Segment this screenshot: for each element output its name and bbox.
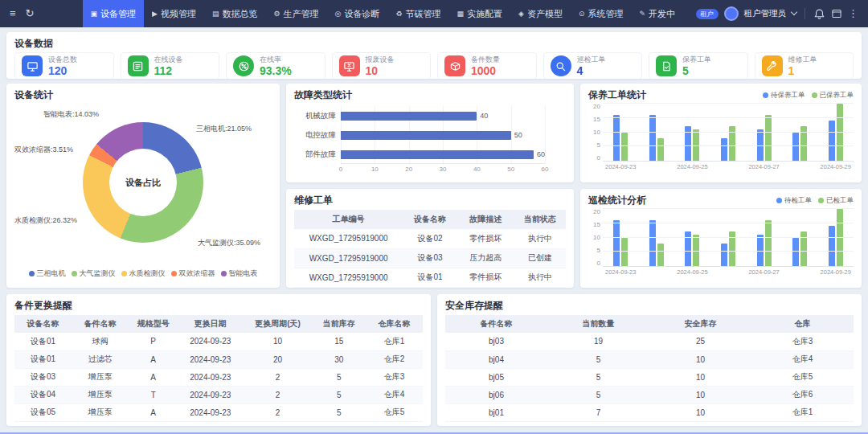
bar [649, 220, 656, 266]
table-cell: 仓库4 [751, 350, 854, 368]
y-tick-label: 5 [588, 248, 600, 254]
table-cell: 仓库6 [751, 386, 854, 403]
diagnose-icon: ◎ [335, 10, 342, 18]
table-cell: 球阀 [72, 333, 129, 350]
stat-value: 5 [682, 64, 711, 77]
table-row: bj031925仓库3 [445, 333, 854, 350]
stat-value: 112 [154, 64, 183, 77]
device-list-icon [128, 55, 149, 76]
bar [829, 121, 835, 161]
fault-rows: 机械故障40电控故障50部件故障60 [341, 106, 545, 164]
nav-item[interactable]: ▤数据总览 [204, 0, 266, 27]
legend-item[interactable]: 双效浓缩器 [171, 268, 215, 279]
nav-item[interactable]: ▣设备管理 [83, 0, 145, 27]
document-check-icon [656, 55, 677, 76]
nav-item-label: 系统管理 [588, 8, 623, 20]
table-cell: 15 [313, 333, 366, 350]
maintain-chart-header: 保养工单统计 待保养工单已保养工单 [588, 89, 854, 101]
legend-item[interactable]: 待检工单 [776, 196, 812, 206]
fault-chart: 机械故障40电控故障50部件故障60 0102030405060 [294, 106, 566, 174]
table-row: WXGD_17295919000设备03压力超高已创建 [294, 248, 566, 268]
window-icon[interactable] [831, 8, 842, 19]
nav-item[interactable]: ◈资产模型 [510, 0, 571, 27]
legend-item[interactable]: 三相电机 [29, 268, 66, 279]
table-cell: bj03 [445, 333, 547, 350]
bar-value-label: 50 [514, 131, 522, 139]
avatar[interactable] [724, 6, 739, 21]
spares-table: 设备名称备件名称规格型号更换日期更换周期(天)当前库存仓库名称设备01球阀P20… [14, 315, 423, 422]
legend-item[interactable]: 水质检测仪 [121, 268, 166, 279]
table-cell: 2024-09-23 [178, 403, 243, 421]
legend-item[interactable]: 智能电表 [221, 268, 258, 279]
repair-table: 工单编号设备名称故障描述当前状态WXGD_17295919000设备02零件损坏… [294, 210, 566, 288]
menu-toggle-icon[interactable] [10, 0, 16, 27]
stat-card: 保养工单5 [649, 52, 748, 79]
table-cell: 设备01 [403, 268, 457, 287]
stat-label: 维修工单 [788, 55, 817, 64]
notification-bell-icon[interactable] [813, 8, 825, 20]
bar-group [792, 209, 807, 266]
x-tick-label: 10 [371, 166, 379, 173]
y-tick-label: 20 [588, 209, 600, 215]
x-tick-label: 30 [440, 166, 447, 173]
table-cell: 25 [649, 333, 751, 350]
stat-cards: 设备总数120在线设备112在线率93.3%报废设备10备件数量1000巡检工单… [14, 52, 854, 79]
table-cell: 零件损坏 [457, 229, 514, 248]
legend-dot-icon [812, 92, 817, 98]
legend-label: 水质检测仪 [129, 268, 166, 279]
x-tick-label: 2024-09-23 [603, 268, 639, 278]
table-cell: 仓库3 [751, 333, 854, 350]
legend-item[interactable]: 已保养工单 [812, 91, 854, 100]
more-options-icon[interactable] [848, 0, 858, 27]
dev-icon: ✎ [639, 10, 645, 18]
nav-item[interactable]: ▶视频管理 [144, 0, 204, 27]
wrench-icon [762, 55, 783, 76]
table-cell: P [129, 333, 178, 350]
bar [341, 112, 477, 121]
repair-orders-panel: 维修工单 工单编号设备名称故障描述当前状态WXGD_17295919000设备0… [286, 189, 574, 288]
nav-item[interactable]: ⚙生产管理 [265, 0, 326, 27]
bar [837, 209, 843, 266]
table-cell: bj04 [445, 350, 547, 368]
data-table: 备件名称当前数量安全库存仓库bj031925仓库3bj04510仓库4bj055… [445, 315, 854, 422]
nav-item[interactable]: ◎设备诊断 [327, 0, 388, 27]
bar [621, 238, 628, 267]
table-row: 设备01球阀P2024-09-231015仓库1 [14, 333, 423, 350]
nav-item[interactable]: ⊙系统管理 [571, 0, 632, 27]
table-cell: A [129, 403, 178, 421]
nav-item[interactable]: ✎开发中 [631, 0, 683, 27]
y-tick-label: 0 [588, 155, 600, 162]
legend-label: 三相电机 [37, 268, 66, 279]
donut-hole: 设备占比 [109, 149, 177, 216]
column-header: 更换周期(天) [243, 315, 312, 333]
column-header: 更换日期 [178, 315, 243, 333]
table-cell: 5 [547, 368, 649, 386]
legend-item[interactable]: 大气监测仪 [72, 268, 116, 279]
nav-item-label: 实施配置 [467, 8, 502, 20]
maintain-chart-title: 保养工单统计 [588, 89, 646, 101]
nav-item-label: 开发中 [649, 8, 675, 20]
legend-item[interactable]: 已检工单 [818, 196, 854, 206]
table-row: 设备04增压泵T2024-09-2325仓库4 [14, 386, 423, 403]
nav-item-label: 节碳管理 [405, 8, 440, 20]
x-tick-label [710, 163, 747, 173]
stat-value: 4 [577, 64, 606, 77]
table-cell: 设备01 [14, 333, 72, 350]
refresh-icon[interactable] [26, 0, 35, 27]
spare-box-icon [444, 55, 465, 76]
user-name[interactable]: 租户管理员 [744, 8, 787, 19]
donut-slice-label: 智能电表:14.03% [43, 109, 99, 120]
column-header: 当前数量 [547, 315, 649, 333]
stats-panel: 设备数据 设备总数120在线设备112在线率93.3%报废设备10备件数量100… [6, 32, 862, 79]
table-cell: 零件损坏 [457, 268, 514, 287]
nav-item[interactable]: ▦实施配置 [448, 0, 510, 27]
nav-item[interactable]: ♻节碳管理 [387, 0, 448, 27]
legend-item[interactable]: 待保养工单 [763, 91, 805, 100]
x-tick-label [639, 163, 675, 173]
donut-slice-label: 三相电机:21.05% [196, 124, 252, 134]
asset-icon: ◈ [518, 10, 524, 18]
x-tick-label: 2024-09-29 [817, 163, 854, 173]
table-cell: 10 [649, 403, 751, 421]
fault-type-panel: 故障类型统计 机械故障40电控故障50部件故障60 0102030405060 [286, 84, 574, 182]
chevron-down-icon[interactable] [791, 9, 797, 15]
